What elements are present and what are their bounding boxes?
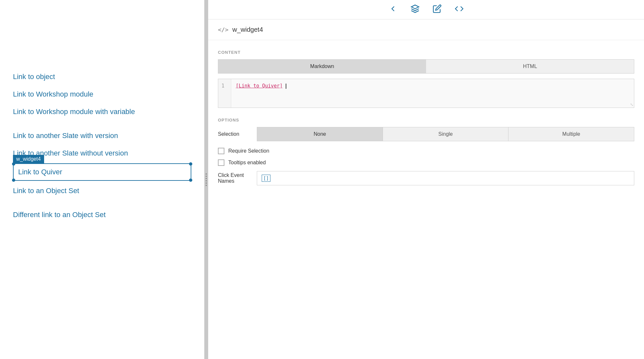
event-bracket-icon: []: [262, 175, 270, 182]
code-content[interactable]: [Link to Quiver]: [231, 79, 634, 108]
panel-divider[interactable]: [204, 0, 208, 359]
options-section-label: OPTIONS: [218, 118, 634, 122]
left-panel: Link to object Link to Workshop module L…: [0, 0, 204, 359]
divider-dots: [206, 173, 207, 186]
panel-header: </> w_widget4: [208, 19, 644, 40]
code-editor[interactable]: 1 [Link to Quiver] ⤡: [218, 79, 634, 108]
panel-body: CONTENT Markdown HTML 1 [Link to Quiver]…: [208, 40, 644, 359]
selection-row: Selection None Single Multiple: [218, 127, 634, 141]
right-panel: </> w_widget4 CONTENT Markdown HTML 1 [L…: [208, 0, 644, 359]
edit-icon[interactable]: [433, 4, 442, 15]
selection-btn-single[interactable]: Single: [383, 127, 509, 141]
panel-title: w_widget4: [233, 26, 263, 33]
require-selection-row: Require Selection: [218, 148, 634, 154]
nav-item-link-to-workshop-module-variable[interactable]: Link to Workshop module with variable: [13, 103, 191, 121]
click-event-names-row: Click Event Names []: [218, 171, 634, 185]
divider-dot: [206, 173, 207, 175]
layers-icon[interactable]: [411, 4, 420, 15]
tooltips-enabled-label: Tooltips enabled: [228, 160, 266, 166]
click-event-names-input[interactable]: []: [257, 171, 634, 185]
divider-dot: [206, 182, 207, 184]
options-section: OPTIONS Selection None Single Multiple R…: [218, 118, 634, 185]
divider-dot: [206, 180, 207, 181]
nav-item-different-link-object-set[interactable]: Different link to an Object Set: [13, 206, 191, 224]
nav-item-link-to-object-set[interactable]: Link to an Object Set: [13, 182, 191, 200]
resize-handle[interactable]: ⤡: [630, 102, 633, 107]
require-selection-label: Require Selection: [228, 148, 269, 154]
handle-tl: [12, 162, 15, 166]
divider-dot: [206, 178, 207, 179]
nav-item-link-to-workshop-module[interactable]: Link to Workshop module: [13, 86, 191, 103]
header-code-icon: </>: [218, 26, 229, 33]
code-icon[interactable]: [455, 4, 464, 15]
handle-tr: [189, 162, 192, 166]
divider-dot: [206, 185, 207, 186]
content-tabs: Markdown HTML: [218, 59, 634, 74]
selection-btn-none[interactable]: None: [257, 127, 383, 141]
selection-label: Selection: [218, 131, 250, 137]
content-section-label: CONTENT: [218, 50, 634, 55]
toolbar: [208, 0, 644, 19]
nav-list: Link to object Link to Workshop module L…: [0, 10, 204, 224]
tooltips-enabled-row: Tooltips enabled: [218, 159, 634, 166]
code-cursor: [286, 84, 286, 89]
svg-marker-0: [411, 5, 419, 9]
code-link-text: [Link to Quiver]: [236, 83, 283, 89]
tooltips-enabled-checkbox[interactable]: [218, 159, 224, 166]
collapse-icon[interactable]: [388, 4, 398, 15]
selected-item-wrapper: w_widget4 Link to Quiver: [13, 163, 191, 181]
selection-btn-multiple[interactable]: Multiple: [508, 127, 634, 141]
tab-html[interactable]: HTML: [426, 60, 634, 73]
tab-markdown[interactable]: Markdown: [218, 60, 426, 73]
click-event-names-label: Click Event Names: [218, 172, 250, 184]
line-numbers: 1: [218, 79, 231, 108]
handle-bl: [12, 179, 15, 182]
nav-item-link-to-another-slate-version[interactable]: Link to another Slate with version: [13, 127, 191, 145]
divider-dot: [206, 176, 207, 177]
widget-label: w_widget4: [13, 155, 44, 163]
require-selection-checkbox[interactable]: [218, 148, 224, 154]
selection-group: None Single Multiple: [257, 127, 634, 141]
handle-br: [189, 179, 192, 182]
nav-item-link-to-quiver[interactable]: Link to Quiver: [13, 163, 191, 181]
nav-item-link-to-object[interactable]: Link to object: [13, 68, 191, 86]
